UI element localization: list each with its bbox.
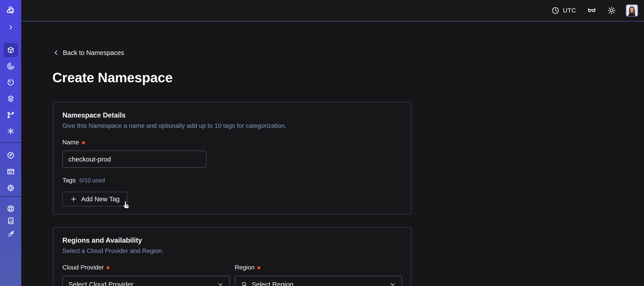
- cloud-provider-placeholder: Select Cloud Provider: [68, 281, 133, 286]
- cloud-provider-column: Cloud Provider Select Cloud Provider: [62, 264, 230, 286]
- gauge-icon: [6, 151, 15, 160]
- regions-title: Regions and Availability: [62, 236, 402, 245]
- namespace-name-input[interactable]: [62, 151, 206, 168]
- sidebar-item-layers[interactable]: [4, 92, 18, 106]
- topbar-actions: UTC: [551, 0, 638, 21]
- sidebar-item-billing[interactable]: [4, 164, 18, 179]
- sidebar: [0, 0, 21, 286]
- sidebar-item-docs[interactable]: [4, 214, 18, 228]
- region-placeholder: Select Region: [252, 281, 294, 286]
- required-dot: [82, 141, 85, 144]
- layers-icon: [6, 94, 15, 103]
- sidebar-item-gauge[interactable]: [4, 148, 18, 162]
- chevron-right-icon: [8, 24, 14, 30]
- page-title: Create Namespace: [52, 70, 173, 85]
- required-dot: [258, 266, 260, 269]
- back-link-label: Back to Namespaces: [63, 49, 124, 56]
- tags-label: Tags: [62, 177, 76, 184]
- region-label-row: Region: [235, 264, 402, 271]
- region-label: Region: [235, 264, 255, 271]
- temporal-logo[interactable]: [4, 3, 18, 17]
- asterisk-icon: [6, 127, 15, 135]
- lifebuoy-icon: [6, 204, 15, 213]
- add-new-tag-label: Add New Tag: [81, 196, 120, 203]
- glasses-button[interactable]: [587, 5, 596, 15]
- glasses-icon: [587, 5, 596, 15]
- chevron-down-icon: [217, 281, 224, 286]
- cube-icon: [6, 46, 15, 54]
- credit-card-icon: [6, 167, 15, 176]
- add-new-tag-button[interactable]: Add New Tag: [62, 192, 128, 207]
- chevron-down-icon: [389, 281, 396, 286]
- git-branch-icon: [6, 111, 15, 119]
- namespace-details-card: Namespace Details Give this Namespace a …: [53, 102, 412, 214]
- cloud-provider-select[interactable]: Select Cloud Provider: [62, 276, 230, 286]
- topbar: UTC: [21, 0, 644, 22]
- sidebar-item-branch[interactable]: [4, 108, 18, 122]
- timezone-selector[interactable]: UTC: [551, 6, 576, 15]
- theme-toggle-button[interactable]: [607, 6, 616, 15]
- required-dot: [107, 266, 110, 269]
- namespace-details-title: Namespace Details: [62, 111, 402, 119]
- user-avatar[interactable]: [626, 4, 638, 17]
- sidebar-divider: [0, 142, 21, 143]
- sidebar-item-namespaces[interactable]: [4, 43, 18, 57]
- gear-icon: [6, 184, 15, 192]
- namespace-details-subtitle: Give this Namespace a name and optionall…: [62, 122, 402, 129]
- rocket-icon: [6, 230, 15, 238]
- retry-clock-icon: [6, 78, 15, 87]
- sidebar-item-retry-clock[interactable]: [4, 75, 18, 90]
- region-column: Region Select Region: [235, 264, 402, 286]
- sidebar-item-asterisk[interactable]: [4, 124, 18, 138]
- provider-region-grid: Cloud Provider Select Cloud Provider Reg…: [62, 264, 402, 286]
- sidebar-expand-button[interactable]: [4, 20, 18, 34]
- name-label-row: Name: [62, 139, 402, 146]
- book-sparkle-icon: [6, 217, 15, 225]
- plus-icon: [70, 196, 77, 202]
- timezone-label: UTC: [563, 7, 576, 14]
- sidebar-divider: [0, 196, 21, 197]
- name-label: Name: [62, 139, 79, 146]
- back-link[interactable]: Back to Namespaces: [53, 49, 124, 56]
- spiral-target-icon: [6, 62, 15, 70]
- regions-card: Regions and Availability Select a Cloud …: [53, 227, 412, 286]
- cloud-provider-label-row: Cloud Provider: [62, 264, 230, 271]
- chevron-left-icon: [53, 49, 59, 56]
- clock-icon: [551, 6, 560, 15]
- region-select[interactable]: Select Region: [235, 276, 402, 286]
- sun-icon: [607, 6, 616, 15]
- sidebar-item-spiral[interactable]: [4, 59, 18, 73]
- sidebar-item-settings[interactable]: [4, 181, 18, 195]
- regions-subtitle: Select a Cloud Provider and Region.: [62, 247, 402, 255]
- tags-usage-count: 0/10 used: [80, 177, 105, 184]
- sidebar-item-getting-started[interactable]: [4, 227, 18, 241]
- search-icon: [241, 281, 248, 286]
- cloud-provider-label: Cloud Provider: [62, 264, 104, 271]
- tags-label-row: Tags 0/10 used: [62, 177, 402, 184]
